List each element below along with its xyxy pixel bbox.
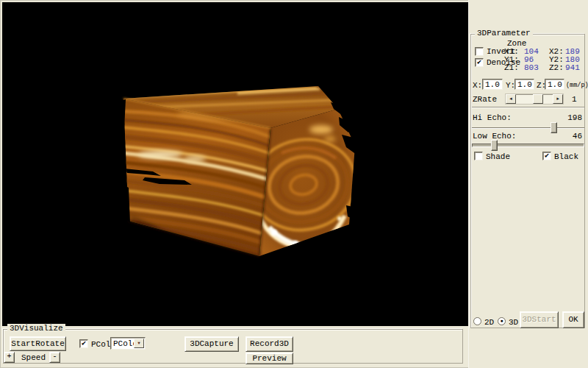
mode-3d-label: 3D — [509, 318, 518, 327]
zrate-value: 1 — [572, 95, 577, 104]
zrate-scroll-right-button[interactable]: ► — [553, 94, 563, 104]
preview-button[interactable]: Preview — [245, 353, 293, 364]
low-echo-slider[interactable] — [472, 140, 584, 152]
zrate-scrollbar[interactable]: ◄ ► — [505, 93, 564, 105]
record-button[interactable]: Record3D — [245, 336, 293, 352]
mode-2d-radio[interactable] — [473, 317, 481, 325]
pcolor-dropdown[interactable]: PColor ▼ — [110, 337, 146, 350]
app-window: 3DParameter Invert ✔ Denoise Zone X1: 10… — [0, 0, 588, 368]
hi-echo-value: 198 — [567, 113, 582, 122]
scroll-left-icon: ◄ — [509, 96, 512, 102]
low-echo-track[interactable] — [472, 144, 584, 147]
denoise-checkbox[interactable]: ✔ — [475, 58, 484, 67]
volume-render — [2, 2, 468, 326]
black-label: Black — [554, 152, 578, 161]
parameter-groupbox: 3DParameter Invert ✔ Denoise Zone X1: 10… — [470, 34, 585, 328]
zone-z2-label: Z2: — [549, 63, 564, 72]
visualize-group-title: 3DVisualize — [7, 324, 65, 333]
zone-z1-label: Z1: — [504, 63, 519, 72]
scroll-right-icon: ► — [556, 96, 559, 102]
speed-plus-button[interactable]: + — [4, 352, 15, 363]
ok-button[interactable]: OK — [562, 311, 584, 328]
shade-checkbox[interactable] — [474, 152, 483, 160]
zone-z1-value: 803 — [524, 63, 539, 72]
low-echo-thumb[interactable] — [491, 140, 498, 151]
shade-label: Shade — [486, 152, 510, 161]
mode-3d-radio[interactable]: ● — [498, 317, 506, 325]
zone-z2-value: 941 — [565, 63, 580, 72]
scale-x-input[interactable]: 1.0 — [482, 79, 503, 90]
mode-2d-label: 2D — [484, 318, 494, 327]
zrate-thumb[interactable] — [533, 94, 543, 104]
speed-label: Speed — [21, 353, 46, 362]
parameter-panel: 3DParameter Invert ✔ Denoise Zone X1: 10… — [468, 0, 588, 368]
black-check-glyph: ✔ — [545, 152, 549, 160]
visualize-groupbox: 3DVisualize StartRotate + Speed - ✔ PCol… — [3, 329, 463, 364]
capture-button[interactable]: 3DCapture — [184, 336, 239, 352]
pcolor-checkbox[interactable]: ✔ — [79, 339, 88, 348]
parameter-group-title: 3DParameter — [475, 29, 533, 38]
denoise-check-glyph: ✔ — [477, 58, 481, 66]
zrate-scroll-left-button[interactable]: ◄ — [506, 94, 516, 104]
speed-minus-button[interactable]: - — [49, 352, 60, 363]
mode-3d-dot: ● — [500, 318, 503, 324]
zrate-label: ZRate — [473, 95, 497, 104]
hi-echo-thumb[interactable] — [551, 122, 557, 133]
invert-checkbox[interactable] — [475, 47, 484, 56]
scale-x-label: X: — [473, 81, 482, 90]
start-rotate-button[interactable]: StartRotate — [10, 336, 66, 351]
hi-echo-track[interactable] — [472, 127, 584, 129]
start3d-button[interactable]: 3DStart — [520, 311, 559, 328]
pcolor-check-glyph: ✔ — [82, 339, 86, 347]
scale-z-input[interactable]: 1.0 — [545, 79, 564, 90]
separator-line — [472, 107, 584, 108]
black-checkbox[interactable]: ✔ — [542, 152, 551, 160]
render-viewport[interactable] — [2, 2, 468, 326]
scale-y-input[interactable]: 1.0 — [514, 79, 534, 90]
chevron-down-icon: ▼ — [137, 341, 140, 346]
pcolor-dropdown-button[interactable]: ▼ — [134, 339, 144, 348]
hi-echo-label: Hi Echo: — [473, 113, 512, 122]
scale-unit-label: (mm/p) — [566, 82, 588, 89]
